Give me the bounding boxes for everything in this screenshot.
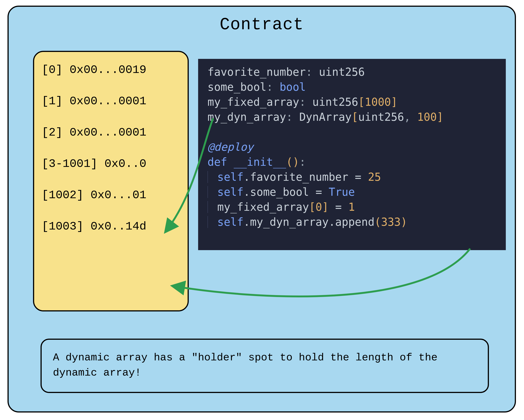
code-line: some_bool: bool — [208, 79, 498, 94]
code-line: my_fixed_array: uint256[1000] — [208, 94, 498, 110]
code-line: my_fixed_array[0] = 1 — [208, 199, 498, 214]
storage-slot: [1] 0x00...0001 — [42, 94, 180, 108]
code-line: my_dyn_array: DynArray[uint256, 100] — [208, 110, 498, 125]
code-line: @deploy — [208, 139, 498, 154]
storage-slot: [1003] 0x0..14d — [42, 220, 180, 233]
code-line: def __init__(): — [208, 154, 498, 170]
storage-slot: [1002] 0x0...01 — [42, 189, 180, 202]
code-line: favorite_number: uint256 — [208, 65, 498, 79]
contract-panel: Contract [0] 0x00...0019 [1] 0x00...0001… — [8, 6, 516, 412]
storage-slot: [2] 0x00...0001 — [42, 126, 180, 139]
storage-slot: [3-1001] 0x0..0 — [42, 157, 180, 171]
code-snippet: favorite_number: uint256 some_bool: bool… — [198, 59, 506, 250]
code-line: self.some_bool = True — [208, 185, 498, 199]
panel-title: Contract — [9, 15, 515, 34]
storage-slot: [0] 0x00...0019 — [42, 63, 180, 77]
caption-text: A dynamic array has a "holder" spot to h… — [53, 351, 437, 379]
code-line: self.my_dyn_array.append(333) — [208, 214, 498, 230]
caption-box: A dynamic array has a "holder" spot to h… — [41, 339, 489, 393]
code-line — [208, 125, 498, 139]
code-line: self.favorite_number = 25 — [208, 170, 498, 185]
arrow-icon — [174, 249, 470, 296]
storage-slots-box: [0] 0x00...0019 [1] 0x00...0001 [2] 0x00… — [33, 51, 189, 311]
